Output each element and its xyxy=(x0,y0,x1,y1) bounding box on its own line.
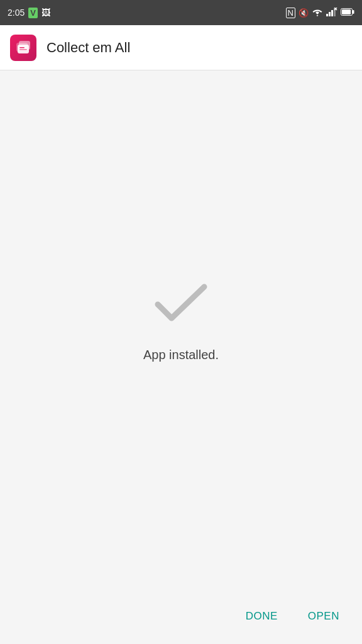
checkmark-icon xyxy=(150,277,212,328)
status-time: 2:05 xyxy=(8,8,25,18)
app-icon xyxy=(10,35,36,61)
status-bar-left: 2:05 V 🖼 xyxy=(8,8,50,18)
installed-message: App installed. xyxy=(143,348,219,362)
svg-rect-8 xyxy=(342,9,351,14)
carrier-icon: V xyxy=(28,8,38,18)
app-bar: Collect em All xyxy=(0,25,362,70)
mute-icon: 🔇 xyxy=(299,8,309,18)
done-button[interactable]: DONE xyxy=(236,604,288,629)
status-bar-right: N 🔇 xyxy=(286,8,354,18)
svg-rect-0 xyxy=(326,14,328,16)
status-bar: 2:05 V 🖼 N 🔇 xyxy=(0,0,362,25)
install-success-area: App installed. xyxy=(143,277,219,362)
action-buttons: DONE OPEN xyxy=(236,604,349,629)
open-button[interactable]: OPEN xyxy=(298,604,349,629)
svg-rect-7 xyxy=(353,10,354,14)
gallery-icon: 🖼 xyxy=(41,8,50,18)
main-content: App installed. DONE OPEN xyxy=(0,70,362,644)
battery-icon xyxy=(341,8,354,18)
app-title: Collect em All xyxy=(47,40,130,56)
svg-rect-12 xyxy=(19,47,25,48)
signal-icon xyxy=(326,8,337,18)
svg-rect-13 xyxy=(19,49,27,50)
svg-rect-1 xyxy=(329,12,331,16)
svg-rect-2 xyxy=(331,10,333,16)
wifi-icon xyxy=(312,8,323,18)
nfc-icon: N xyxy=(286,8,295,18)
